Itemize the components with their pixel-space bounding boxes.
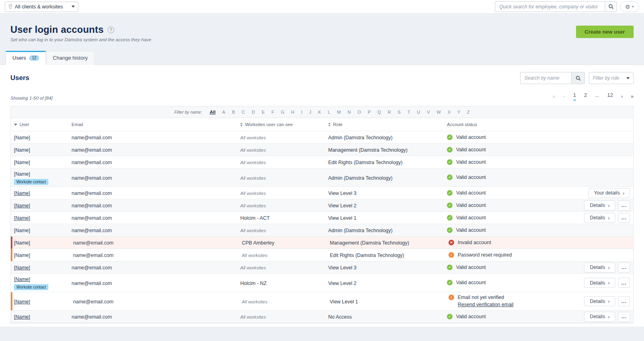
filter-letter-q[interactable]: Q	[377, 110, 381, 114]
filter-letter-l[interactable]: L	[328, 110, 330, 114]
pagination-prev-button[interactable]: ‹	[563, 93, 565, 99]
user-name-link[interactable]: [Name]	[14, 191, 30, 196]
table-row: [Name]name@email.comHolcim - ACTView Lev…	[11, 212, 633, 224]
filter-letter-m[interactable]: M	[337, 110, 341, 114]
filter-by-role-placeholder: Filter by role	[593, 75, 619, 81]
filter-letter-e[interactable]: E	[262, 110, 265, 114]
account-status-text: Valid account	[456, 202, 486, 209]
pagination-page-2[interactable]: 2	[584, 92, 587, 100]
pagination-ellipsis: ...	[595, 92, 599, 100]
filter-letter-c[interactable]: C	[242, 110, 245, 114]
row-more-options-button[interactable]: ...	[618, 213, 630, 223]
account-status-text: Valid account	[456, 190, 486, 197]
filter-letter-p[interactable]: P	[368, 110, 371, 114]
account-status-text: Invalid account	[458, 239, 491, 246]
chevron-right-icon: ›	[608, 280, 610, 286]
user-name-link[interactable]: [Name]	[14, 314, 30, 320]
filter-letter-s[interactable]: S	[398, 110, 401, 114]
row-more-options-button[interactable]: ...	[618, 296, 630, 306]
row-more-options-button[interactable]: ...	[618, 201, 630, 211]
details-button-label: Details	[590, 280, 605, 286]
filter-letter-b[interactable]: B	[232, 110, 235, 114]
filter-letter-all[interactable]: All	[209, 110, 215, 114]
filter-letter-t[interactable]: T	[407, 110, 410, 114]
quick-search-input[interactable]	[495, 1, 605, 12]
create-new-user-button[interactable]: Create new user	[576, 26, 634, 38]
filter-letter-n[interactable]: N	[347, 110, 351, 114]
filter-letter-v[interactable]: V	[427, 110, 430, 114]
search-by-name-button[interactable]	[571, 72, 585, 84]
filter-letter-w[interactable]: W	[437, 110, 441, 114]
chevron-down-icon	[632, 6, 634, 8]
resend-verification-email-link[interactable]: Resend verification email	[458, 301, 514, 308]
chevron-right-icon: ›	[608, 298, 610, 304]
column-header-worksites[interactable]: Worksites user can see	[235, 122, 323, 127]
filter-letter-k[interactable]: K	[318, 110, 321, 114]
account-status-text: Valid account	[456, 174, 486, 181]
row-more-options-button[interactable]: ...	[618, 312, 630, 322]
table-row: [Name]name@email.comCPB AmberleyManageme…	[11, 237, 633, 249]
row-more-options-button[interactable]: ...	[618, 263, 630, 273]
user-email: name@email.com	[73, 299, 114, 305]
column-header-user[interactable]: User	[11, 122, 72, 127]
sort-icon	[240, 122, 243, 126]
details-button[interactable]: Details›	[584, 278, 615, 288]
settings-button[interactable]: ⚙	[620, 1, 639, 12]
chevron-down-icon	[626, 77, 630, 79]
filter-letter-h[interactable]: H	[291, 110, 294, 114]
filter-letter-x[interactable]: X	[448, 110, 451, 114]
filter-by-name-label: Filter by name:	[174, 110, 202, 114]
column-header-role-label: Role	[333, 122, 343, 127]
worksites-value: All worksites	[240, 265, 266, 270]
filter-letter-o[interactable]: O	[357, 110, 361, 114]
details-button[interactable]: Details›	[584, 201, 615, 211]
user-email: name@email.com	[72, 228, 112, 233]
filter-letter-i[interactable]: I	[301, 110, 302, 114]
worksites-value: All worksites	[240, 135, 266, 140]
filter-letter-y[interactable]: Y	[457, 110, 460, 114]
user-name-link[interactable]: [Name]	[14, 265, 30, 271]
search-by-name-input[interactable]	[520, 72, 571, 84]
filter-letter-g[interactable]: G	[281, 110, 285, 114]
pagination-last-button[interactable]: »	[631, 93, 634, 99]
role-value: Admin (Damstra Technology)	[328, 135, 393, 140]
user-name-link[interactable]: [Name]	[14, 299, 30, 305]
details-button[interactable]: Details›	[584, 263, 615, 273]
pagination: « ‹ 12...12 › »	[552, 92, 634, 100]
filter-letter-d[interactable]: D	[252, 110, 255, 114]
account-status-text: Valid account	[456, 159, 486, 166]
tab-users[interactable]: Users 12	[6, 51, 46, 65]
user-email: name@email.com	[72, 314, 112, 320]
quick-search-button[interactable]	[605, 1, 617, 12]
table-row: [Name]name@email.comAll worksitesEdit Ri…	[11, 156, 633, 168]
filter-by-role-select[interactable]: Filter by role	[589, 72, 634, 84]
details-button[interactable]: Details›	[584, 312, 615, 322]
row-more-options-button[interactable]: ...	[618, 278, 630, 288]
pagination-first-button[interactable]: «	[552, 93, 555, 99]
users-section-title: Users	[10, 74, 29, 82]
showing-count-text: Showing 1-50 of [84]	[10, 96, 53, 100]
worksites-value: All worksites	[240, 148, 266, 152]
filter-letter-z[interactable]: Z	[467, 110, 470, 114]
user-email: name@email.com	[72, 160, 112, 165]
filter-letter-r[interactable]: R	[388, 110, 391, 114]
user-name-link[interactable]: [Name]	[14, 277, 30, 282]
details-button[interactable]: Details›	[584, 213, 615, 223]
table-row: [Name]name@email.comAll worksitesEdit Ri…	[11, 249, 633, 261]
filter-letter-j[interactable]: J	[309, 110, 311, 114]
pagination-page-1[interactable]: 1	[573, 92, 576, 100]
pagination-page-12[interactable]: 12	[607, 92, 613, 100]
column-header-role[interactable]: Role	[323, 122, 446, 127]
client-worksite-selector[interactable]: All clients & worksites	[5, 2, 78, 12]
filter-letter-a[interactable]: A	[222, 110, 225, 114]
your-details-button[interactable]: Your details›	[588, 188, 630, 198]
pagination-next-button[interactable]: ›	[621, 93, 622, 99]
details-button[interactable]: Details›	[584, 296, 615, 306]
help-icon[interactable]: ?	[108, 26, 114, 33]
filter-letter-u[interactable]: U	[417, 110, 420, 114]
user-name-link[interactable]: [Name]	[14, 203, 30, 209]
filter-letter-f[interactable]: F	[271, 110, 274, 114]
tab-users-label: Users	[12, 55, 26, 61]
user-name-link[interactable]: [Name]	[14, 215, 30, 221]
tab-change-history[interactable]: Change history	[46, 51, 94, 65]
